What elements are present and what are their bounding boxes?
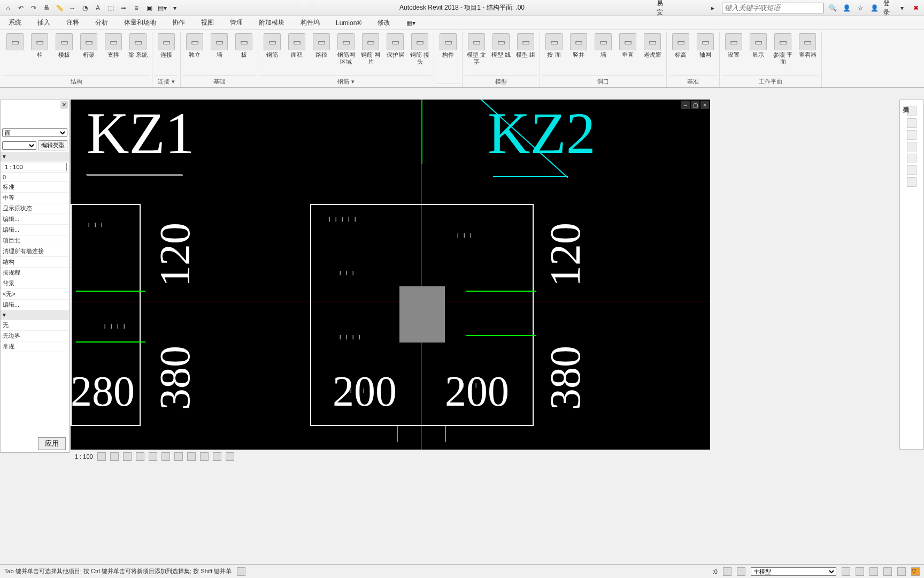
props-row[interactable]: 无 — [1, 320, 69, 331]
props-row[interactable]: <无> — [1, 289, 69, 300]
ribbon-tool[interactable]: ▭墙 — [591, 32, 615, 58]
tab-addins[interactable]: 附加模块 — [256, 16, 288, 29]
props-row[interactable]: 标准 — [1, 182, 69, 193]
tab-massing[interactable]: 体量和场地 — [121, 16, 159, 29]
edit-type-button[interactable]: 编辑类型 — [38, 140, 67, 150]
ribbon-tool[interactable]: ▭轴网 — [694, 32, 717, 58]
text-icon[interactable]: A — [93, 3, 103, 13]
view-scale[interactable]: 1 : 100 — [75, 453, 93, 460]
temp-icon[interactable] — [200, 452, 209, 461]
props-row[interactable]: 0 — [1, 173, 69, 182]
lock-icon[interactable] — [187, 452, 196, 461]
undo-icon[interactable]: ↶ — [16, 3, 26, 13]
ribbon-tool[interactable]: ▭模型 线 — [489, 32, 513, 58]
ribbon-tool[interactable]: ▭钢筋网 区域 — [334, 32, 358, 65]
tab-lumion[interactable]: Lumion® — [333, 17, 365, 29]
ribbon-tool[interactable]: ▭连接 — [155, 32, 178, 58]
ribbon-tool[interactable]: ▭标高 — [669, 32, 692, 58]
home-icon[interactable]: ⌂ — [3, 3, 13, 13]
browser-icon[interactable] — [907, 154, 917, 163]
tab-analyze[interactable]: 分析 — [92, 16, 111, 29]
close-view-icon[interactable]: × — [700, 101, 709, 109]
thin-icon[interactable]: ≡ — [132, 3, 141, 13]
props-row[interactable]: 结构 — [1, 257, 69, 268]
browser-icon[interactable] — [907, 165, 917, 175]
ribbon-tool[interactable]: ▭模型 组 — [514, 32, 537, 58]
constraint-icon[interactable] — [226, 452, 234, 461]
props-row[interactable]: 项目北 — [1, 235, 69, 246]
ribbon-tool[interactable]: ▭桁架 — [77, 32, 101, 58]
props-row[interactable]: 中等 — [1, 193, 69, 203]
s-icon[interactable] — [869, 567, 878, 576]
filter-icon[interactable]: ▽ — [911, 567, 920, 576]
render-icon[interactable] — [149, 452, 157, 461]
close-win-icon[interactable]: ▣ — [144, 3, 154, 13]
ribbon-tool[interactable]: ▭支撑 — [102, 32, 125, 58]
model-select[interactable]: 主模型 — [751, 567, 836, 576]
ribbon-tool[interactable]: ▭按 面 — [542, 32, 566, 58]
browser-icon[interactable] — [907, 177, 917, 187]
workset-icon[interactable] — [723, 567, 732, 576]
ribbon-tool[interactable]: ▭楼板 — [52, 32, 76, 58]
ribbon-tool[interactable]: ▭独立 — [183, 32, 206, 58]
ribbon-tool[interactable]: ▭路径 — [310, 32, 333, 58]
sun-icon[interactable] — [123, 452, 132, 461]
x-icon[interactable]: ✖ — [911, 3, 921, 13]
detail-icon[interactable] — [97, 452, 106, 461]
props-row[interactable]: 编辑... — [1, 214, 69, 225]
search-input[interactable] — [722, 3, 823, 13]
dim-icon[interactable]: ↔ — [67, 3, 77, 13]
comm-icon[interactable]: 👤 — [842, 3, 851, 13]
ribbon-tool[interactable]: ▭垂直 — [616, 32, 640, 58]
arrow-icon[interactable]: ▸ — [708, 3, 718, 13]
props-row[interactable]: 清理所有墙连接 — [1, 246, 69, 257]
ribbon-tool[interactable]: ▭面积 — [285, 32, 309, 58]
tab-view[interactable]: 视图 — [198, 16, 217, 29]
apply-button[interactable]: 应用 — [38, 437, 66, 450]
tab-extra-icon[interactable]: ▦▾ — [403, 17, 419, 29]
scale-input[interactable] — [3, 163, 67, 171]
print-icon[interactable]: 🖶 — [42, 3, 51, 13]
ribbon-tool[interactable]: ▭墙 — [207, 32, 231, 58]
dropdown-icon[interactable]: ▾ — [897, 3, 907, 13]
fav-icon[interactable]: ☆ — [856, 3, 865, 13]
s-icon[interactable] — [842, 567, 850, 576]
more-icon[interactable]: ▾ — [170, 3, 180, 13]
style-icon[interactable] — [110, 452, 119, 461]
crop-icon[interactable] — [161, 452, 170, 461]
s-icon[interactable] — [856, 567, 864, 576]
section-icon[interactable]: ➞ — [119, 3, 128, 13]
login-link[interactable]: 登录 — [883, 3, 893, 13]
ribbon-tool[interactable]: ▭模型 文字 — [465, 32, 488, 65]
design-icon[interactable] — [737, 567, 745, 576]
props-row[interactable]: 编辑... — [1, 225, 69, 235]
status-filter-icon[interactable] — [237, 567, 245, 576]
ribbon-tool[interactable]: ▭ — [3, 32, 27, 51]
tab-annotate[interactable]: 注释 — [63, 16, 82, 29]
ribbon-tool[interactable]: ▭显示 — [746, 32, 770, 58]
switch-icon[interactable]: ▤▾ — [157, 3, 167, 13]
close-icon[interactable]: × — [60, 101, 68, 109]
reveal-icon[interactable] — [213, 452, 221, 461]
drawing-canvas[interactable]: – ▢ × KZ1 KZ2 ╵ ╵ ╵ ╵ ╵ ╵ ╵ ╵ ╵ ╵ ╵ ╵ ╵ … — [71, 100, 710, 450]
ribbon-tool[interactable]: ▭竖井 — [567, 32, 590, 58]
view3d-icon[interactable]: ⬚ — [106, 3, 116, 13]
ribbon-tool[interactable]: ▭梁 系统 — [126, 32, 150, 58]
ribbon-tool[interactable]: ▭老虎窗 — [641, 32, 664, 58]
ribbon-tool[interactable]: ▭查看器 — [796, 32, 819, 58]
props-row[interactable]: 常规 — [1, 341, 69, 352]
browser-icon[interactable] — [907, 118, 917, 128]
maximize-icon[interactable]: ▢ — [691, 101, 699, 109]
tab-modify[interactable]: 修改 — [374, 16, 394, 29]
measure-icon[interactable]: 📏 — [55, 3, 64, 13]
ribbon-tool[interactable]: ▭钢筋 接头 — [408, 32, 432, 65]
tab-system[interactable]: 系统 — [5, 16, 25, 29]
ribbon-tool[interactable]: ▭构件 — [436, 32, 460, 58]
props-row[interactable]: 按规程 — [1, 268, 69, 278]
tab-gjw[interactable]: 构件坞 — [297, 16, 323, 29]
browser-icon[interactable] — [907, 107, 917, 116]
tab-insert[interactable]: 插入 — [34, 16, 53, 29]
props-row[interactable]: 背景 — [1, 278, 69, 289]
ribbon-tool[interactable]: ▭钢筋 — [260, 32, 284, 58]
instance-selector[interactable] — [2, 141, 36, 150]
